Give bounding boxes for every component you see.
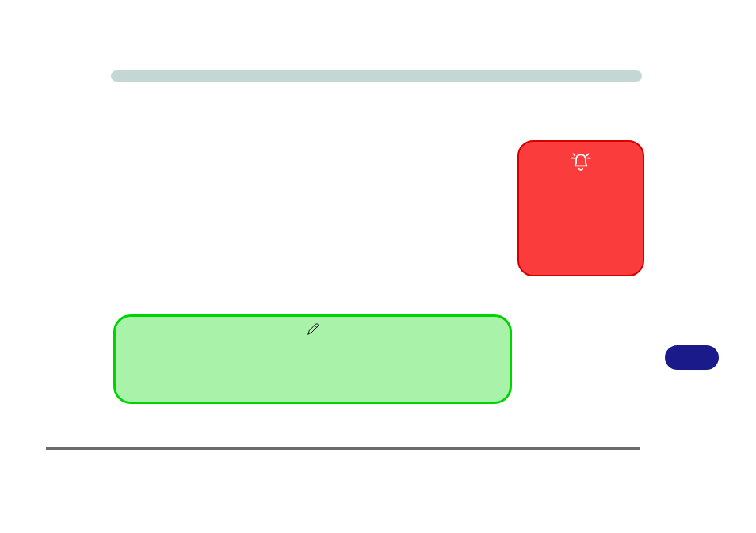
separator-line [46,447,640,450]
alert-card[interactable] [517,140,644,276]
edit-panel[interactable] [113,314,512,404]
alert-bell-icon [571,151,591,175]
action-button[interactable] [665,345,719,370]
header-bar [111,70,642,82]
pen-icon [307,323,319,339]
